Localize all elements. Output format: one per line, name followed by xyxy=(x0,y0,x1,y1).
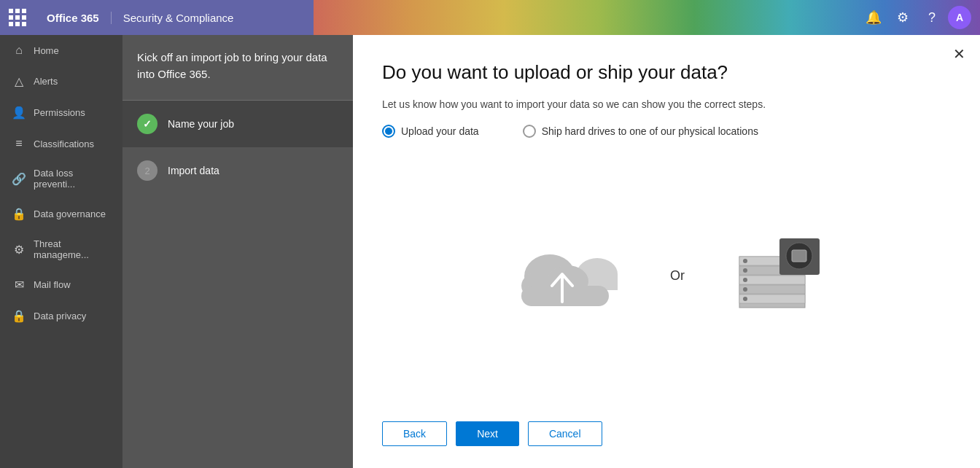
sidebar-item-classifications[interactable]: ≡ Classifications xyxy=(0,128,122,159)
main-dialog: ✕ Do you want to upload or ship your dat… xyxy=(353,35,980,468)
svg-point-16 xyxy=(743,287,747,292)
sidebar-label-alerts: Alerts xyxy=(34,76,58,87)
svg-point-13 xyxy=(743,259,747,263)
svg-point-14 xyxy=(743,268,747,273)
notification-icon[interactable]: 🔔 xyxy=(860,4,887,31)
classifications-icon: ≡ xyxy=(12,137,26,150)
sidebar-item-permissions[interactable]: 👤 Permissions xyxy=(0,97,122,128)
settings-icon[interactable]: ⚙ xyxy=(890,4,916,31)
app-name: Office 365 xyxy=(35,12,112,24)
step-label-import-data: Import data xyxy=(168,165,219,176)
home-icon: ⌂ xyxy=(12,44,26,57)
svg-point-15 xyxy=(743,278,747,282)
sidebar-item-mail-flow[interactable]: ✉ Mail flow xyxy=(0,269,122,300)
permissions-icon: 👤 xyxy=(12,106,26,120)
sidebar-label-classifications: Classifications xyxy=(34,139,94,149)
sidebar-label-permissions: Permissions xyxy=(34,107,85,118)
step-panel: Kick off an import job to bring your dat… xyxy=(122,35,353,468)
waffle-menu[interactable] xyxy=(0,0,35,35)
waffle-icon xyxy=(9,9,26,26)
svg-rect-10 xyxy=(739,276,805,284)
top-bar: Office 365 Security & Compliance 🔔 ⚙ ? A xyxy=(0,0,980,35)
step-circle-pending: 2 xyxy=(137,160,158,181)
sidebar-label-home: Home xyxy=(34,45,59,56)
sidebar-item-data-governance[interactable]: 🔒 Data governance xyxy=(0,198,122,230)
sidebar-item-home[interactable]: ⌂ Home xyxy=(0,35,122,66)
section-name: Security & Compliance xyxy=(112,12,246,24)
svg-rect-20 xyxy=(792,250,806,262)
cloud-upload-illustration xyxy=(510,236,626,316)
data-governance-icon: 🔒 xyxy=(12,207,26,221)
hard-drive-illustration xyxy=(728,238,823,314)
radio-ship-circle[interactable] xyxy=(523,125,536,138)
sidebar-item-threat-management[interactable]: ⚙ Threat manageme... xyxy=(0,230,122,269)
back-button[interactable]: Back xyxy=(382,421,447,446)
sidebar-item-data-loss[interactable]: 🔗 Data loss preventi... xyxy=(0,159,122,198)
svg-rect-5 xyxy=(521,286,609,306)
radio-upload-label: Upload your data xyxy=(401,125,479,137)
radio-upload-circle[interactable] xyxy=(382,125,395,138)
svg-rect-11 xyxy=(739,285,805,294)
radio-ship-label: Ship hard drives to one of our physical … xyxy=(542,125,758,137)
step-list: ✓ Name your job 2 Import data xyxy=(122,101,353,468)
data-loss-icon: 🔗 xyxy=(12,172,26,186)
option-ship[interactable]: Ship hard drives to one of our physical … xyxy=(523,125,758,138)
step-label-name-job: Name your job xyxy=(168,118,234,130)
sidebar-label-threat-management: Threat manageme... xyxy=(34,238,111,260)
hard-drive-svg xyxy=(728,238,823,311)
step-number: 2 xyxy=(144,165,149,176)
step-item-name-job[interactable]: ✓ Name your job xyxy=(122,101,353,147)
data-privacy-icon: 🔒 xyxy=(12,309,26,323)
sidebar-label-data-governance: Data governance xyxy=(34,208,106,219)
help-icon[interactable]: ? xyxy=(919,4,945,31)
svg-rect-12 xyxy=(739,295,805,303)
user-avatar[interactable]: A xyxy=(948,6,971,29)
sidebar-label-mail-flow: Mail flow xyxy=(34,279,71,290)
svg-point-17 xyxy=(743,297,747,301)
cancel-button[interactable]: Cancel xyxy=(528,421,602,446)
sidebar-label-data-privacy: Data privacy xyxy=(34,311,86,321)
step-intro-text: Kick off an import job to bring your dat… xyxy=(137,50,338,82)
sidebar-label-data-loss: Data loss preventi... xyxy=(34,168,111,190)
alerts-icon: △ xyxy=(12,74,26,88)
step-item-import-data[interactable]: 2 Import data xyxy=(122,147,353,194)
app-title-area: Office 365 Security & Compliance xyxy=(35,0,245,35)
step-circle-complete: ✓ xyxy=(137,114,158,134)
checkmark-icon: ✓ xyxy=(143,118,152,130)
dialog-subtitle: Let us know how you want to import your … xyxy=(382,98,951,110)
dialog-title: Do you want to upload or ship your data? xyxy=(382,61,951,84)
or-label: Or xyxy=(670,268,685,284)
cloud-upload-svg xyxy=(510,236,626,316)
threat-management-icon: ⚙ xyxy=(12,243,26,257)
next-button[interactable]: Next xyxy=(456,421,519,446)
close-button[interactable]: ✕ xyxy=(953,47,965,61)
button-row: Back Next Cancel xyxy=(382,421,951,446)
top-bar-actions: 🔔 ⚙ ? A xyxy=(860,4,980,31)
app-layout: ⌂ Home △ Alerts 👤 Permissions ≡ Classifi… xyxy=(0,35,980,468)
sidebar-item-data-privacy[interactable]: 🔒 Data privacy xyxy=(0,300,122,332)
illustration-area: Or xyxy=(382,160,951,392)
option-upload[interactable]: Upload your data xyxy=(382,125,479,138)
sidebar: ⌂ Home △ Alerts 👤 Permissions ≡ Classifi… xyxy=(0,35,122,468)
mail-flow-icon: ✉ xyxy=(12,278,26,292)
sidebar-item-alerts[interactable]: △ Alerts xyxy=(0,66,122,97)
options-row: Upload your data Ship hard drives to one… xyxy=(382,125,951,138)
step-intro: Kick off an import job to bring your dat… xyxy=(122,35,353,101)
